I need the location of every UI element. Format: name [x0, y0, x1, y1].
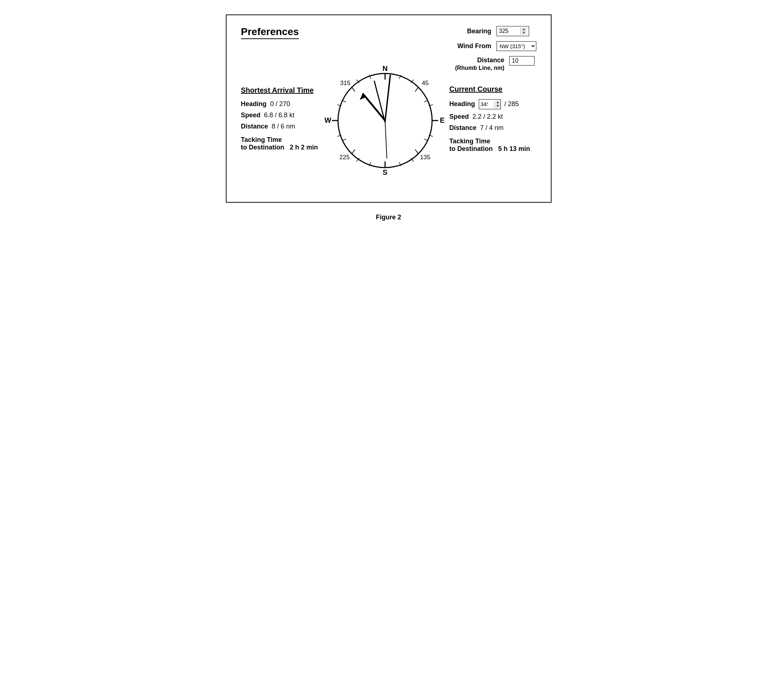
- svg-text:45: 45: [422, 80, 429, 87]
- shortest-distance-value: 8 / 6 nm: [272, 123, 295, 130]
- current-tacking-line1: Tacking Time: [450, 138, 536, 145]
- compass-svg: N S E W 45 135 225 315: [323, 50, 447, 187]
- svg-text:135: 135: [420, 154, 430, 161]
- bearing-spinner: ▲ ▼: [520, 28, 527, 35]
- distance-control-row: Distance (Rhumb Line, nm): [455, 56, 536, 72]
- current-speed-row: Speed 2.2 / 2.2 kt: [450, 113, 536, 120]
- bearing-input-box: ▲ ▼: [497, 26, 529, 36]
- current-distance-label: Distance: [450, 124, 477, 132]
- svg-text:E: E: [440, 116, 444, 124]
- figure-caption: Figure 2: [376, 213, 401, 221]
- heading-down-button[interactable]: ▼: [495, 104, 500, 108]
- current-speed-value: 2.2 / 2.2 kt: [473, 113, 503, 120]
- wind-from-select[interactable]: N (0°) NE (45°) E (90°) SE (135°) S (180…: [497, 42, 536, 51]
- shortest-heading-value: 0 / 270: [270, 100, 290, 108]
- wind-from-row: Wind From N (0°) NE (45°) E (90°) SE (13…: [455, 41, 536, 51]
- svg-text:W: W: [324, 116, 331, 124]
- main-panel: Preferences Bearing ▲ ▼ Wind From: [226, 15, 552, 203]
- current-distance-value: 7 / 4 nm: [480, 124, 504, 132]
- page-wrapper: Preferences Bearing ▲ ▼ Wind From: [226, 15, 552, 221]
- bearing-up-button[interactable]: ▲: [522, 28, 527, 31]
- current-distance-row: Distance 7 / 4 nm: [450, 124, 536, 132]
- current-heading-input[interactable]: [479, 100, 494, 108]
- shortest-speed-row: Speed 6.8 / 6.8 kt: [241, 112, 321, 119]
- shortest-speed-value: 6.8 / 6.8 kt: [264, 112, 295, 119]
- bearing-label: Bearing: [455, 28, 492, 35]
- current-tacking-value: 5 h 13 min: [499, 145, 530, 152]
- current-speed-label: Speed: [450, 113, 469, 120]
- svg-text:315: 315: [340, 80, 350, 87]
- left-panel: Shortest Arrival Time Heading 0 / 270 Sp…: [241, 86, 321, 151]
- svg-text:S: S: [382, 168, 387, 176]
- bearing-input[interactable]: [499, 28, 518, 34]
- distance-input[interactable]: [512, 58, 530, 64]
- shortest-tacking-value: 2 h 2 min: [290, 144, 318, 151]
- shortest-speed-label: Speed: [241, 112, 260, 119]
- svg-text:N: N: [382, 65, 387, 72]
- bearing-down-button[interactable]: ▼: [522, 31, 527, 35]
- shortest-arrival-title: Shortest Arrival Time: [241, 86, 321, 95]
- shortest-distance-row: Distance 8 / 6 nm: [241, 123, 321, 130]
- shortest-tacking-block: Tacking Time to Destination 2 h 2 min: [241, 136, 321, 151]
- shortest-tacking-line1: Tacking Time: [241, 136, 321, 144]
- current-heading-row: Heading ▲ ▼ / 285: [450, 99, 536, 109]
- bearing-row: Bearing ▲ ▼: [455, 26, 536, 36]
- right-panel: Current Course Heading ▲ ▼ / 285 Speed: [450, 85, 536, 153]
- distance-control-label: Distance (Rhumb Line, nm): [455, 56, 505, 72]
- preferences-title: Preferences: [241, 26, 299, 39]
- current-heading-suffix: / 285: [505, 100, 519, 108]
- heading-spinner: ▲ ▼: [494, 101, 500, 108]
- current-tacking-line2: to Destination 5 h 13 min: [450, 145, 536, 153]
- distance-input-box: [509, 56, 535, 65]
- heading-up-button[interactable]: ▲: [495, 101, 500, 104]
- shortest-distance-label: Distance: [241, 123, 268, 130]
- compass-area: N S E W 45 135 225 315: [323, 50, 447, 187]
- top-right-controls: Bearing ▲ ▼ Wind From N (0°) NE (45°) E: [455, 26, 536, 72]
- current-heading-label: Heading: [450, 100, 475, 108]
- shortest-heading-label: Heading: [241, 100, 267, 108]
- shortest-tacking-line2: to Destination 2 h 2 min: [241, 144, 321, 151]
- heading-input-box: ▲ ▼: [479, 99, 501, 109]
- svg-text:225: 225: [339, 154, 349, 161]
- current-tacking-block: Tacking Time to Destination 5 h 13 min: [450, 138, 536, 153]
- current-course-title: Current Course: [450, 85, 536, 93]
- wind-from-label: Wind From: [455, 42, 492, 50]
- wind-from-select-wrapper: N (0°) NE (45°) E (90°) SE (135°) S (180…: [497, 41, 536, 51]
- shortest-heading-row: Heading 0 / 270: [241, 100, 321, 108]
